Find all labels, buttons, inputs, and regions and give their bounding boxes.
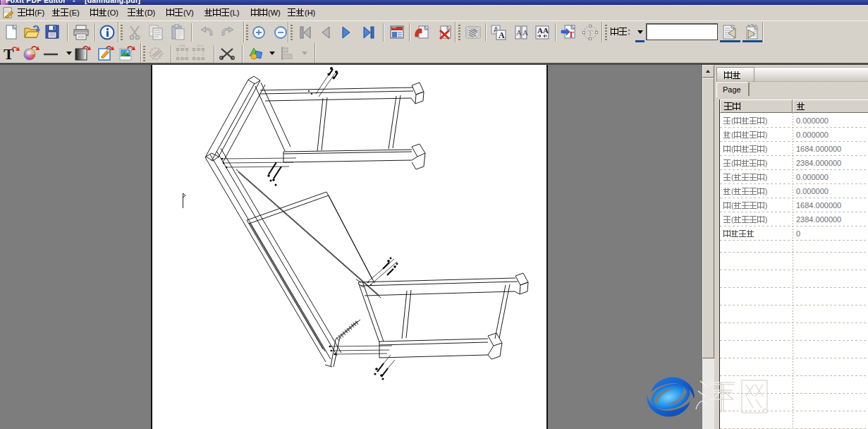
svg-text:T: T xyxy=(568,30,574,40)
svg-text:T: T xyxy=(587,28,593,38)
svg-text:A: A xyxy=(516,28,522,37)
svg-text:A: A xyxy=(499,30,505,40)
svg-text:AA: AA xyxy=(537,26,549,35)
svg-text:A: A xyxy=(522,28,528,37)
